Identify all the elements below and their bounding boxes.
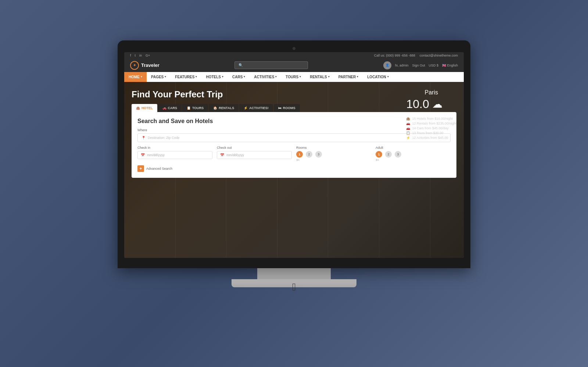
hero-section: Find Your Perfect Trip 🏨 HOTEL 🚗 CARS: [124, 82, 464, 258]
checkout-group: Check out 📅 mm/dd/yyyy: [217, 146, 292, 162]
checkin-label: Check in: [137, 146, 212, 150]
tab-rooms[interactable]: 🛏 ROOMS: [274, 104, 300, 112]
logo-text: Traveler: [141, 62, 159, 68]
nav-cars-chevron: ▾: [244, 75, 245, 78]
activities-stat-icon: ⚡: [406, 136, 410, 140]
nav-rentals-label: RENTALS: [310, 75, 327, 79]
hotel-tab-icon: 🏨: [136, 106, 140, 110]
nav-hotels-label: HOTELS: [206, 75, 221, 79]
rooms-btn-1[interactable]: 1: [296, 151, 303, 158]
phone-number: Call us: (000) 999 -656 -888: [374, 54, 415, 57]
tours-tab-icon: 📋: [187, 106, 191, 110]
nav-home[interactable]: HOME ▾: [124, 72, 147, 82]
rental-stat-icon: 🚗: [406, 122, 410, 125]
social-links: f t in G+: [130, 54, 150, 57]
hotel-stat-icon: 🏨: [406, 117, 410, 120]
nav-tours[interactable]: TOURS ▾: [281, 72, 305, 82]
nav-location[interactable]: LOCATION ▾: [363, 72, 393, 82]
language-selector[interactable]: 🇬🇧 English: [442, 64, 458, 67]
linkedin-icon[interactable]: in: [139, 54, 142, 57]
explore-button[interactable]: › Explore: [419, 145, 444, 153]
email-address[interactable]: contact@shinetheme.com: [420, 54, 458, 57]
rentals-tab-icon: 🏠: [213, 106, 217, 110]
location-icon: 📍: [141, 136, 146, 140]
cars-tab-icon: 🚗: [162, 106, 166, 110]
nav-partner[interactable]: PARTNER ▾: [334, 72, 363, 82]
advanced-search-plus[interactable]: +: [137, 165, 144, 172]
rooms-label: Rooms: [296, 146, 371, 150]
nav-features[interactable]: FEATURES ▾: [171, 72, 201, 82]
rooms-tab-label: ROOMS: [283, 106, 295, 110]
monitor-stand-top: [257, 268, 331, 279]
search-bar[interactable]: 🔍: [234, 61, 308, 69]
nav-partner-chevron: ▾: [357, 75, 358, 78]
activities-tab-icon: ⚡: [244, 106, 248, 110]
checkin-placeholder: mm/dd/yyyy: [147, 153, 165, 157]
hotel-tab-label: HOTEL: [141, 106, 153, 110]
tab-hotel[interactable]: 🏨 HOTEL: [132, 104, 157, 112]
adult-btn-1[interactable]: 1: [376, 151, 382, 158]
nav-hotels[interactable]: HOTELS ▾: [201, 72, 228, 82]
rooms-btn-3[interactable]: 3: [315, 151, 322, 158]
weather-widget: Paris 10.0 ☁ 🏨 15 Hotels from $10.00/nig…: [406, 89, 456, 153]
navigation: HOME ▾ PAGES ▾ FEATURES ▾ HOTELS ▾: [124, 72, 464, 82]
activities-tab-label: ACTIVITIES!: [249, 106, 269, 110]
tab-activities[interactable]: ⚡ ACTIVITIES!: [239, 104, 273, 112]
checkin-group: Check in 📅 mm/dd/yyyy: [137, 146, 212, 162]
monitor-camera: [293, 47, 295, 50]
facebook-icon[interactable]: f: [130, 54, 131, 57]
advanced-search[interactable]: + Advanced Search: [137, 165, 451, 172]
stat-activities-text: 12 Activities from $45.00: [412, 136, 448, 140]
nav-home-label: HOME: [129, 75, 140, 79]
username: hi, admin: [395, 64, 409, 67]
calendar-icon: 📅: [141, 153, 145, 157]
adult-btn-3[interactable]: 3: [395, 151, 401, 158]
nav-home-chevron: ▾: [141, 75, 142, 78]
nav-activities-chevron: ▾: [275, 75, 277, 78]
nav-partner-label: PARTNER: [338, 75, 356, 79]
stat-cars-text: 14 Cars from $45.00/day: [412, 126, 448, 130]
googleplus-icon[interactable]: G+: [146, 54, 150, 57]
rooms-counter: 1 2 3: [296, 151, 371, 158]
checkout-placeholder: mm/dd/yyyy: [226, 153, 244, 157]
twitter-icon[interactable]: t: [135, 54, 136, 57]
currency-selector[interactable]: USD $: [429, 64, 438, 67]
checkout-input[interactable]: 📅 mm/dd/yyyy: [217, 151, 292, 159]
logo[interactable]: ✦ Traveler: [130, 61, 159, 70]
where-label: Where: [137, 128, 451, 132]
monitor-body: f t in G+ Call us: (000) 999 -656 -888 c…: [118, 40, 470, 268]
tab-rentals[interactable]: 🏠 RENTALS: [209, 104, 239, 112]
rooms-btn-2[interactable]: 2: [306, 151, 312, 158]
tab-cars[interactable]: 🚗 CARS: [158, 104, 182, 112]
tours-stat-icon: 📋: [406, 131, 410, 135]
nav-tours-chevron: ▾: [300, 75, 301, 78]
nav-location-label: LOCATION: [367, 75, 386, 79]
topbar: f t in G+ Call us: (000) 999 -656 -888 c…: [124, 52, 464, 59]
avatar: 👤: [383, 61, 391, 69]
nav-cars[interactable]: CARS ▾: [228, 72, 250, 82]
nav-pages-chevron: ▾: [165, 75, 166, 78]
nav-hotels-chevron: ▾: [222, 75, 223, 78]
adult-plus-label: 3+: [376, 158, 451, 162]
weather-cloud-icon: ☁: [432, 98, 442, 110]
monitor: f t in G+ Call us: (000) 999 -656 -888 c…: [114, 40, 474, 327]
stat-rentals: 🚗 12 Rentals from $235.00/night: [406, 122, 456, 125]
weather-city: Paris: [406, 89, 456, 96]
weather-temp: 10.0 ☁: [406, 97, 456, 111]
advanced-search-label: Advanced Search: [146, 167, 172, 170]
adult-btn-2[interactable]: 2: [385, 151, 392, 158]
nav-features-chevron: ▾: [196, 75, 197, 78]
nav-activities[interactable]: ACTIVITIES ▾: [250, 72, 281, 82]
nav-features-label: FEATURES: [175, 75, 194, 79]
sign-out-button[interactable]: Sign Out: [412, 64, 425, 67]
weather-stats: 🏨 15 Hotels from $10.00/night 🚗 12 Renta…: [406, 117, 456, 140]
destination-input[interactable]: 📍 Destination: Zip Code: [137, 133, 451, 142]
nav-location-chevron: ▾: [387, 75, 389, 78]
nav-pages[interactable]: PAGES ▾: [147, 72, 171, 82]
checkin-input[interactable]: 📅 mm/dd/yyyy: [137, 151, 212, 159]
nav-rentals[interactable]: RENTALS ▾: [305, 72, 334, 82]
tab-tours[interactable]: 📋 TOURS: [182, 104, 208, 112]
apple-logo: : [232, 281, 356, 293]
search-icon: 🔍: [239, 63, 243, 67]
nav-rentals-chevron: ▾: [328, 75, 330, 78]
